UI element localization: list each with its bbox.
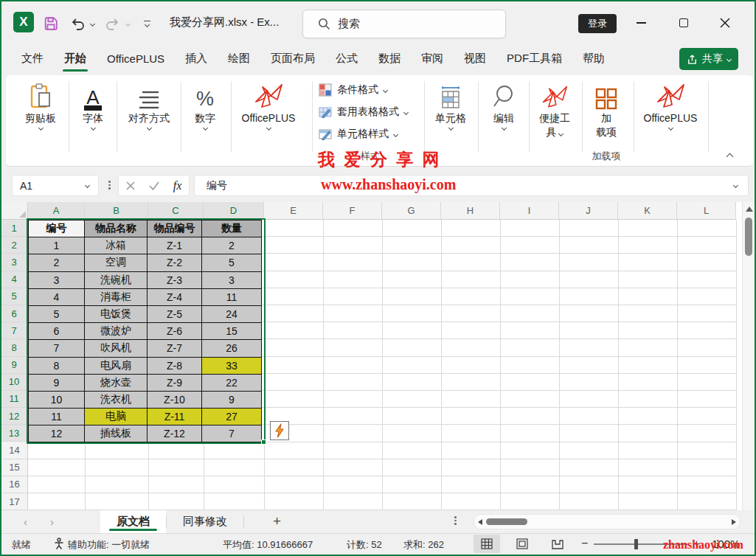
zoom-slider-thumb[interactable] <box>634 539 638 549</box>
cell-C6[interactable]: Z-5 <box>148 305 202 322</box>
cell-D4[interactable]: 3 <box>202 271 262 288</box>
cell-C4[interactable]: Z-3 <box>148 271 202 288</box>
cell-A7[interactable]: 6 <box>29 323 85 340</box>
cell-D12[interactable]: 27 <box>202 409 262 425</box>
cells-group-button[interactable]: 单元格 <box>428 80 474 130</box>
zoom-slider-track[interactable] <box>594 543 688 545</box>
cell-B2[interactable]: 冰箱 <box>85 237 148 254</box>
cell-B4[interactable]: 洗碗机 <box>85 271 148 288</box>
row-header-14[interactable]: 14 <box>1 442 28 459</box>
header-cell[interactable]: 数量 <box>202 220 262 237</box>
cell-B12[interactable]: 电脑 <box>85 409 148 425</box>
cell-C3[interactable]: Z-2 <box>148 254 202 271</box>
zoom-in-icon[interactable]: + <box>693 537 700 549</box>
row-header-5[interactable]: 5 <box>1 288 28 305</box>
signin-button[interactable]: 登录 <box>578 14 617 33</box>
close-button[interactable] <box>709 12 741 34</box>
col-header-J[interactable]: J <box>559 202 618 220</box>
insert-function-icon[interactable]: fx <box>173 179 182 192</box>
fill-handle[interactable] <box>261 439 266 445</box>
horizontal-scroll-thumb[interactable] <box>486 518 527 525</box>
row-header-10[interactable]: 10 <box>1 374 28 391</box>
formula-bar-resize-handle[interactable] <box>108 181 111 190</box>
collapse-ribbon-icon[interactable] <box>727 149 732 162</box>
cell-C10[interactable]: Z-9 <box>148 374 202 391</box>
row-header-1[interactable]: 1 <box>1 220 28 237</box>
tab-审阅[interactable]: 审阅 <box>421 52 443 67</box>
cell-B8[interactable]: 吹风机 <box>85 340 148 357</box>
col-header-C[interactable]: C <box>148 202 204 220</box>
name-box[interactable]: A1 <box>12 175 99 196</box>
row-header-15[interactable]: 15 <box>1 459 28 476</box>
cell-B5[interactable]: 消毒柜 <box>85 288 148 305</box>
scroll-right-icon[interactable] <box>732 519 736 525</box>
cell-C8[interactable]: Z-7 <box>148 340 202 357</box>
tab-帮助[interactable]: 帮助 <box>583 52 605 67</box>
excel-logo-icon[interactable]: X <box>13 12 34 32</box>
minimize-button[interactable] <box>625 12 657 34</box>
handy-tools-group-button[interactable]: 便捷工 具 <box>531 80 578 139</box>
new-sheet-button[interactable]: + <box>273 513 281 529</box>
share-button[interactable]: 共享 <box>679 48 738 70</box>
cancel-icon[interactable] <box>126 181 135 190</box>
tab-开始[interactable]: 开始 <box>64 52 86 67</box>
row-header-11[interactable]: 11 <box>1 391 28 408</box>
sheet-nav-left-icon[interactable]: ‹ <box>24 515 27 528</box>
col-header-E[interactable]: E <box>264 202 323 220</box>
select-all-corner[interactable] <box>1 202 28 220</box>
cell-A10[interactable]: 9 <box>29 374 85 391</box>
cell-D3[interactable]: 5 <box>202 254 262 271</box>
cell-A3[interactable]: 2 <box>29 254 85 271</box>
undo-dropdown-icon[interactable] <box>87 14 97 33</box>
cell-D9[interactable]: 33 <box>202 357 262 374</box>
row-header-13[interactable]: 13 <box>1 425 28 442</box>
horizontal-scrollbar[interactable] <box>474 514 741 529</box>
cell-B7[interactable]: 微波炉 <box>85 323 148 340</box>
formula-input[interactable]: 编号 <box>194 175 749 196</box>
cell-C2[interactable]: Z-1 <box>148 237 202 254</box>
cell-D2[interactable]: 2 <box>202 237 262 254</box>
tab-OfficePLUS[interactable]: OfficePLUS <box>107 52 164 66</box>
tab-页面布局[interactable]: 页面布局 <box>271 52 315 67</box>
tab-视图[interactable]: 视图 <box>464 52 486 67</box>
sheet-tab-同事修改[interactable]: 同事修改 <box>167 510 243 533</box>
tab-bar-options-icon[interactable] <box>454 516 457 525</box>
cell-A4[interactable]: 3 <box>29 271 85 288</box>
cell-C7[interactable]: Z-6 <box>148 323 202 340</box>
row-header-3[interactable]: 3 <box>1 254 28 271</box>
tab-文件[interactable]: 文件 <box>21 52 44 67</box>
officeplus-group-button[interactable]: OfficePLUS <box>236 80 301 130</box>
cell-A12[interactable]: 11 <box>29 409 85 425</box>
data-table[interactable]: 编号物品名称物品编号数量1冰箱Z-122空调Z-253洗碗机Z-334消毒柜Z-… <box>28 220 262 442</box>
save-icon[interactable] <box>41 14 60 33</box>
addins-button[interactable]: 加 载项 <box>586 80 627 139</box>
cell-B10[interactable]: 烧水壶 <box>85 374 148 391</box>
cell-C12[interactable]: Z-11 <box>148 409 202 425</box>
name-box-dropdown-icon[interactable] <box>85 183 90 188</box>
col-header-G[interactable]: G <box>382 202 441 220</box>
col-header-B[interactable]: B <box>85 202 148 220</box>
zoom-out-icon[interactable]: − <box>581 537 588 550</box>
cell-D8[interactable]: 26 <box>202 340 262 357</box>
quick-analysis-button[interactable] <box>270 421 289 440</box>
sheet-tab-原文档[interactable]: 原文档 <box>100 510 166 533</box>
expand-formula-bar-icon[interactable] <box>733 183 738 188</box>
redo-dropdown-icon[interactable] <box>122 14 133 33</box>
conditional-formatting-button[interactable]: 条件格式 <box>319 81 387 99</box>
row-header-12[interactable]: 12 <box>1 408 28 425</box>
scroll-up-icon[interactable] <box>746 206 753 212</box>
col-header-K[interactable]: K <box>618 202 677 220</box>
cell-A2[interactable]: 1 <box>29 237 85 254</box>
cell-C13[interactable]: Z-12 <box>148 425 202 442</box>
cell-D11[interactable]: 9 <box>202 391 262 408</box>
cell-B9[interactable]: 电风扇 <box>85 357 148 374</box>
scroll-left-icon[interactable] <box>478 519 482 525</box>
row-header-2[interactable]: 2 <box>1 237 28 254</box>
cell-B3[interactable]: 空调 <box>85 254 148 271</box>
row-header-7[interactable]: 7 <box>1 322 28 339</box>
officeplus2-group-button[interactable]: OfficePLUS <box>638 80 703 130</box>
cell-styles-button[interactable]: 单元格样式 <box>319 125 398 143</box>
page-break-view-button[interactable] <box>544 535 571 553</box>
format-as-table-button[interactable]: 套用表格格式 <box>319 103 408 121</box>
row-header-16[interactable]: 16 <box>1 476 28 493</box>
